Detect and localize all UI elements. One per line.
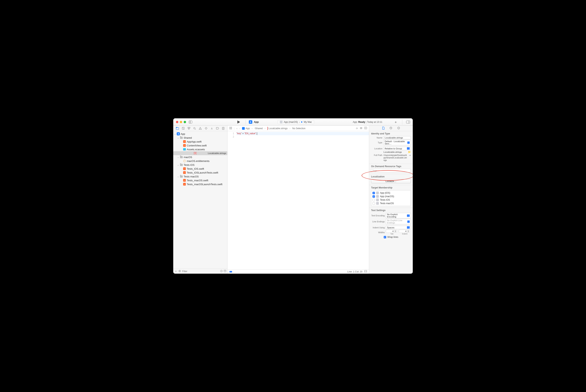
navigator-filter-bar: ＋ bbox=[173, 269, 227, 274]
debug-status-icon[interactable] bbox=[229, 271, 232, 272]
breakpoint-navigator-icon[interactable] bbox=[216, 127, 219, 130]
disclosure-icon[interactable]: ⌄ bbox=[177, 137, 179, 139]
checkbox[interactable] bbox=[372, 195, 375, 198]
navigator-tabs[interactable] bbox=[173, 126, 227, 131]
indent-using-select[interactable]: Spaces⌃⌄ bbox=[386, 226, 411, 229]
tree-row[interactable]: Tests_macOSLaunchTests.swift bbox=[173, 182, 227, 186]
add-icon[interactable]: ＋ bbox=[174, 270, 177, 273]
tags-field[interactable]: Tags bbox=[371, 169, 411, 172]
tree-row[interactable]: AppApp.swift bbox=[173, 140, 227, 144]
toggle-navigator-icon[interactable] bbox=[189, 121, 192, 123]
breadcrumb-file[interactable]: Localizable.strings bbox=[267, 127, 288, 130]
tree-row[interactable]: Assets.xcassets bbox=[173, 148, 227, 151]
inspector-tabs[interactable]: ? bbox=[369, 126, 413, 131]
help-inspector-icon[interactable]: ? bbox=[397, 127, 400, 130]
report-navigator-icon[interactable] bbox=[222, 127, 225, 130]
tree-label: Assets.xcassets bbox=[187, 148, 205, 151]
stepper-icon[interactable]: ▲▼ bbox=[394, 230, 397, 232]
section-header: Target Membership bbox=[371, 186, 411, 189]
editor-layout-icon[interactable] bbox=[364, 270, 367, 273]
tree-row[interactable]: Tests_iOSLaunchTests.swift bbox=[173, 171, 227, 174]
breadcrumb-app[interactable]: App bbox=[242, 127, 250, 130]
add-editor-icon[interactable] bbox=[364, 127, 367, 130]
file-icon bbox=[180, 163, 183, 166]
target-membership-row[interactable]: App (iOS) bbox=[372, 191, 409, 195]
close-icon[interactable] bbox=[176, 121, 178, 123]
indent-width-field[interactable]: 4 bbox=[399, 230, 407, 233]
target-membership-row[interactable]: Tests iOS bbox=[372, 198, 409, 202]
wrap-lines-checkbox[interactable] bbox=[384, 236, 386, 238]
scm-filter-icon[interactable] bbox=[224, 270, 226, 273]
back-icon[interactable]: ‹ bbox=[236, 127, 237, 130]
tree-row[interactable]: ⌄Shared bbox=[173, 136, 227, 140]
checkbox[interactable] bbox=[372, 202, 375, 205]
name-field[interactable]: Localizable.strings bbox=[383, 136, 411, 139]
add-tab-icon[interactable]: ＋ bbox=[394, 120, 397, 124]
source-control-icon[interactable] bbox=[182, 127, 185, 130]
disclosure-icon[interactable]: ⌄ bbox=[174, 133, 176, 135]
tree-row[interactable]: ⌄Tests macOS bbox=[173, 174, 227, 178]
select-value: Spaces bbox=[387, 226, 394, 229]
tree-row[interactable]: Localizable.strings bbox=[173, 151, 227, 155]
folder-icon[interactable]: 📁 bbox=[408, 151, 411, 154]
editor-status-bar: Line: 1 Col: 20 bbox=[228, 270, 369, 274]
toggle-inspector-icon[interactable] bbox=[406, 121, 410, 123]
forward-icon[interactable]: › bbox=[239, 127, 240, 130]
target-icon bbox=[376, 192, 379, 194]
history-inspector-icon[interactable] bbox=[389, 127, 392, 130]
find-navigator-icon[interactable] bbox=[193, 127, 196, 130]
code-editor[interactable]: 1 2 "key" = "EN_value"; bbox=[228, 131, 369, 270]
target-membership-row[interactable]: App (macOS) bbox=[372, 195, 409, 198]
svg-rect-20 bbox=[231, 127, 232, 128]
test-navigator-icon[interactable] bbox=[204, 127, 208, 130]
tree-row[interactable]: Tests_macOS.swift bbox=[173, 178, 227, 182]
tree-row[interactable]: Tests_iOS.swift bbox=[173, 167, 227, 171]
refresh-icon[interactable]: ⟳ bbox=[356, 127, 358, 130]
location-select[interactable]: Relative to Group⌃⌄ bbox=[383, 147, 411, 150]
checkbox[interactable] bbox=[372, 199, 375, 201]
zoom-icon[interactable] bbox=[184, 121, 186, 123]
xcode-window: A App App (macOS) › My Mac App: Ready | … bbox=[173, 118, 413, 274]
reveal-icon[interactable]: ➜ bbox=[409, 154, 411, 157]
disclosure-icon[interactable]: ⌄ bbox=[177, 156, 179, 158]
scheme-target[interactable]: App (macOS) › My Mac bbox=[278, 120, 314, 124]
scheme-selector[interactable]: A App App (macOS) › My Mac bbox=[247, 120, 316, 124]
line-endings-select[interactable]: No Explicit Line Endings⌃⌄ bbox=[386, 219, 411, 224]
editor-jump-bar[interactable]: | ‹ › App › Shared › Localizable.strings… bbox=[228, 126, 369, 131]
project-tree[interactable]: ⌄AApp⌄SharedAppApp.swiftContentView.swif… bbox=[173, 131, 227, 269]
filter-scope-icon[interactable] bbox=[179, 270, 181, 273]
breadcrumb-selection[interactable]: No Selection bbox=[292, 127, 305, 130]
tree-row[interactable]: ⌄macOS bbox=[173, 155, 227, 159]
checkbox[interactable] bbox=[372, 192, 375, 194]
text-encoding-select[interactable]: No Explicit Encoding⌃⌄ bbox=[386, 213, 411, 218]
stepper-icon[interactable]: ▲▼ bbox=[407, 230, 410, 232]
code-content[interactable]: "key" = "EN_value"; bbox=[236, 131, 369, 270]
type-select[interactable]: Default - Localizable Strin…⌃⌄ bbox=[383, 140, 411, 145]
debug-navigator-icon[interactable] bbox=[210, 127, 213, 130]
recent-icon[interactable] bbox=[220, 270, 223, 273]
file-icon bbox=[180, 136, 183, 139]
editor-options-icon[interactable] bbox=[360, 127, 362, 130]
localize-button[interactable]: Localize… bbox=[371, 179, 411, 184]
svg-point-6 bbox=[194, 128, 195, 129]
issue-navigator-icon[interactable] bbox=[199, 127, 202, 130]
tree-row[interactable]: ⌄Tests iOS bbox=[173, 163, 227, 167]
tree-row[interactable]: ⌄AApp bbox=[173, 132, 227, 136]
disclosure-icon[interactable]: ⌄ bbox=[177, 176, 179, 178]
run-button-icon[interactable] bbox=[237, 120, 240, 124]
tree-row[interactable]: macOS.entitlements bbox=[173, 159, 227, 163]
file-inspector-icon[interactable] bbox=[382, 127, 384, 130]
tree-row[interactable]: ContentView.swift bbox=[173, 144, 227, 148]
disclosure-icon[interactable]: ⌄ bbox=[177, 164, 179, 166]
breadcrumb-folder[interactable]: Shared bbox=[254, 127, 263, 130]
filter-input[interactable] bbox=[182, 270, 219, 273]
target-membership-row[interactable]: Tests macOS bbox=[372, 202, 409, 205]
svg-rect-22 bbox=[231, 128, 232, 129]
minimize-icon[interactable] bbox=[180, 121, 182, 123]
sublabel: Tab bbox=[386, 233, 398, 235]
project-navigator-icon[interactable] bbox=[176, 127, 179, 130]
chevron-updown-icon: ⌃⌄ bbox=[407, 142, 410, 144]
symbol-navigator-icon[interactable] bbox=[187, 127, 191, 130]
related-items-icon[interactable] bbox=[229, 127, 232, 130]
tab-width-field[interactable]: 4 bbox=[386, 230, 394, 233]
